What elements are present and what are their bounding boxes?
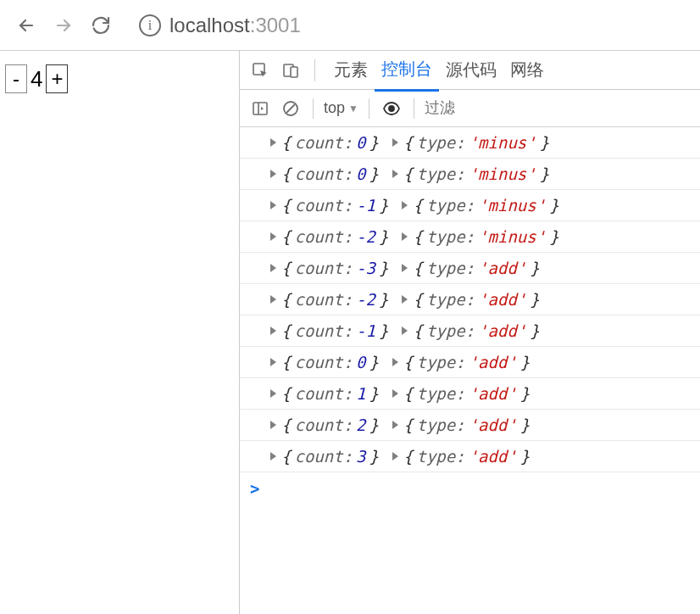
url-host: localhost [169,14,250,36]
toolbar-divider [369,98,369,119]
browser-toolbar: i localhost:3001 [0,0,700,51]
log-object-action[interactable]: {type: 'minus'} [392,133,549,152]
log-object-action[interactable]: {type: 'minus'} [402,196,558,215]
log-row[interactable]: {count: -1}{type: 'add'} [240,315,700,347]
log-object-state[interactable]: {count: 1} [270,384,379,403]
log-object-action[interactable]: {type: 'minus'} [402,227,558,246]
log-object-state[interactable]: {count: -1} [270,321,388,340]
counter-widget: - 4 + [5,64,234,93]
svg-rect-3 [253,103,267,114]
devtools-tab-bar: 元素控制台源代码网络 [240,51,700,90]
tab-3[interactable]: 网络 [503,50,551,90]
log-object-action[interactable]: {type: 'add'} [392,384,530,403]
log-object-action[interactable]: {type: 'add'} [402,259,539,277]
eye-icon[interactable] [380,97,403,120]
log-object-state[interactable]: {count: 0} [270,165,379,183]
toolbar-divider [313,98,314,119]
increment-button[interactable]: + [46,64,68,93]
devtools-panel: 元素控制台源代码网络 top ▼ {count: 0}{type: 'minus… [239,51,700,614]
tab-0[interactable]: 元素 [327,50,375,90]
decrement-button[interactable]: - [5,64,27,93]
device-toggle-icon[interactable] [279,59,303,82]
svg-rect-2 [291,67,297,77]
log-object-action[interactable]: {type: 'add'} [392,447,530,466]
log-object-state[interactable]: {count: 2} [270,416,379,434]
log-row[interactable]: {count: 0}{type: 'add'} [240,347,700,378]
log-row[interactable]: {count: 3}{type: 'add'} [240,441,700,472]
log-object-action[interactable]: {type: 'add'} [392,353,530,371]
log-object-action[interactable]: {type: 'minus'} [392,165,549,183]
log-row[interactable]: {count: 1}{type: 'add'} [240,378,700,410]
counter-value: 4 [29,66,44,92]
log-row[interactable]: {count: -2}{type: 'minus'} [240,221,700,253]
log-object-state[interactable]: {count: 3} [270,447,379,466]
sidebar-toggle-icon[interactable] [248,97,272,120]
log-row[interactable]: {count: 2}{type: 'add'} [240,410,700,441]
back-button[interactable] [14,13,39,38]
context-selector[interactable]: top ▼ [324,99,358,117]
log-row[interactable]: {count: -1}{type: 'minus'} [240,190,700,221]
toolbar-divider [414,98,414,119]
log-object-action[interactable]: {type: 'add'} [402,290,539,309]
log-object-state[interactable]: {count: 0} [270,353,379,371]
console-toolbar: top ▼ [240,90,700,127]
svg-point-7 [389,106,394,111]
address-bar[interactable]: i localhost:3001 [139,14,301,37]
tab-2[interactable]: 源代码 [439,50,503,90]
main-area: - 4 + 元素控制台源代码网络 to [0,51,700,614]
log-object-state[interactable]: {count: -1} [270,196,388,215]
log-object-action[interactable]: {type: 'add'} [402,321,539,340]
context-label: top [324,99,345,117]
info-icon[interactable]: i [139,14,161,36]
console-log: {count: 0}{type: 'minus'}{count: 0}{type… [240,127,700,614]
log-row[interactable]: {count: 0}{type: 'minus'} [240,159,700,190]
forward-button[interactable] [51,13,76,38]
tab-1[interactable]: 控制台 [375,49,439,92]
log-object-state[interactable]: {count: 0} [270,133,379,152]
page-content: - 4 + [0,51,239,614]
log-row[interactable]: {count: 0}{type: 'minus'} [240,127,700,159]
console-prompt[interactable]: > [240,472,700,505]
toolbar-divider [314,59,315,81]
inspect-icon[interactable] [248,59,272,82]
log-row[interactable]: {count: -3}{type: 'add'} [240,253,700,284]
clear-console-icon[interactable] [279,97,303,120]
svg-line-6 [286,104,295,113]
chevron-down-icon: ▼ [348,103,358,114]
log-object-action[interactable]: {type: 'add'} [392,416,530,434]
log-object-state[interactable]: {count: -3} [270,259,388,277]
log-row[interactable]: {count: -2}{type: 'add'} [240,284,700,315]
reload-button[interactable] [88,13,114,38]
log-object-state[interactable]: {count: -2} [270,290,388,309]
filter-input[interactable] [425,99,700,117]
log-object-state[interactable]: {count: -2} [270,227,388,246]
url-port: :3001 [250,14,301,36]
